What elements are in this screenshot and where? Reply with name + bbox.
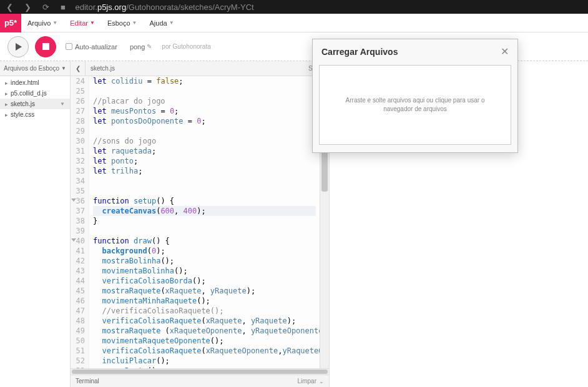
play-button[interactable]: [7, 36, 29, 57]
file-icon: ▸: [5, 101, 8, 107]
url-bar[interactable]: ■ editor.p5js.org/Gutohonorata/sketches/…: [61, 2, 254, 12]
file-sidebar: Arquivos do Esboço ▼ ▸index.html▸p5.coll…: [0, 61, 71, 387]
upload-modal: Carregar Arquivos ✕ Arraste e solte arqu…: [312, 39, 518, 153]
auto-refresh-toggle[interactable]: Auto-atualizar: [66, 43, 117, 51]
terminal-label: Terminal: [76, 378, 99, 385]
menu-editar[interactable]: Editar▼: [64, 14, 101, 32]
sidebar-header: Arquivos do Esboço ▼: [0, 61, 70, 76]
scrollbar-thumb[interactable]: [72, 370, 328, 374]
back-icon[interactable]: ❮: [6, 2, 13, 12]
main-menu: Arquivo▼ Editar▼ Esboço▼ Ajuda▼: [21, 14, 180, 32]
menu-esboco[interactable]: Esboço▼: [101, 14, 144, 32]
stop-icon: [42, 43, 49, 50]
chevron-down-icon[interactable]: ▼: [60, 101, 65, 107]
file-item[interactable]: ▸index.html: [0, 77, 70, 88]
forward-icon[interactable]: ❯: [24, 2, 31, 12]
code-editor[interactable]: 2425262728293031323334353637383940414243…: [71, 76, 329, 368]
menu-arquivo[interactable]: Arquivo▼: [21, 14, 64, 32]
horizontal-scrollbar[interactable]: [71, 368, 329, 375]
file-icon: ▸: [5, 91, 8, 97]
author: por Gutohonorata: [162, 43, 210, 50]
editor-panel: ❮ sketch.js Salvo 2425262728293031323334…: [71, 61, 329, 387]
collapse-sidebar-button[interactable]: ❮: [71, 61, 86, 76]
browser-bar: ❮ ❯ ⟳ ■ editor.p5js.org/Gutohonorata/ske…: [0, 0, 588, 14]
editor-header: ❮ sketch.js Salvo: [71, 61, 329, 76]
terminal-bar: Terminal Limpar ⌄: [71, 375, 329, 387]
menu-ajuda[interactable]: Ajuda▼: [144, 14, 180, 32]
file-icon: ▸: [5, 112, 8, 118]
chevron-down-icon: ▼: [52, 20, 57, 26]
checkbox-icon: [66, 43, 72, 50]
play-icon: [16, 43, 22, 51]
code-area[interactable]: let colidiu = false;//placar do jogolet …: [89, 76, 320, 368]
modal-title: Carregar Arquivos: [321, 47, 501, 57]
stop-button[interactable]: [35, 36, 56, 57]
dropzone-text: Arraste e solte arquivos aqui ou clique …: [332, 96, 498, 114]
pencil-icon: ✎: [147, 43, 152, 50]
chevron-down-icon: ⌄: [319, 378, 324, 385]
p5-logo[interactable]: p5*: [0, 14, 21, 32]
chevron-down-icon: ▼: [169, 20, 174, 26]
chevron-down-icon: ▼: [132, 20, 137, 26]
reload-icon[interactable]: ⟳: [42, 2, 49, 12]
file-item[interactable]: ▸sketch.js▼: [0, 99, 70, 109]
terminal-clear-button[interactable]: Limpar ⌄: [297, 378, 324, 385]
sketch-name[interactable]: pong ✎: [130, 43, 152, 51]
line-gutter: 2425262728293031323334353637383940414243…: [71, 76, 89, 368]
file-icon: ▸: [5, 80, 8, 86]
dropzone[interactable]: Arraste e solte arquivos aqui ou clique …: [319, 65, 511, 145]
topbar: p5* Arquivo▼ Editar▼ Esboço▼ Ajuda▼: [0, 14, 588, 32]
chevron-down-icon: ▼: [90, 20, 95, 26]
file-item[interactable]: ▸style.css: [0, 109, 70, 120]
file-list: ▸index.html▸p5.collid_d.js▸sketch.js▼▸st…: [0, 76, 70, 121]
editor-filename: sketch.js: [86, 65, 120, 72]
chevron-down-icon[interactable]: ▼: [61, 66, 66, 71]
file-item[interactable]: ▸p5.collid_d.js: [0, 88, 70, 99]
close-icon[interactable]: ✕: [501, 46, 509, 57]
